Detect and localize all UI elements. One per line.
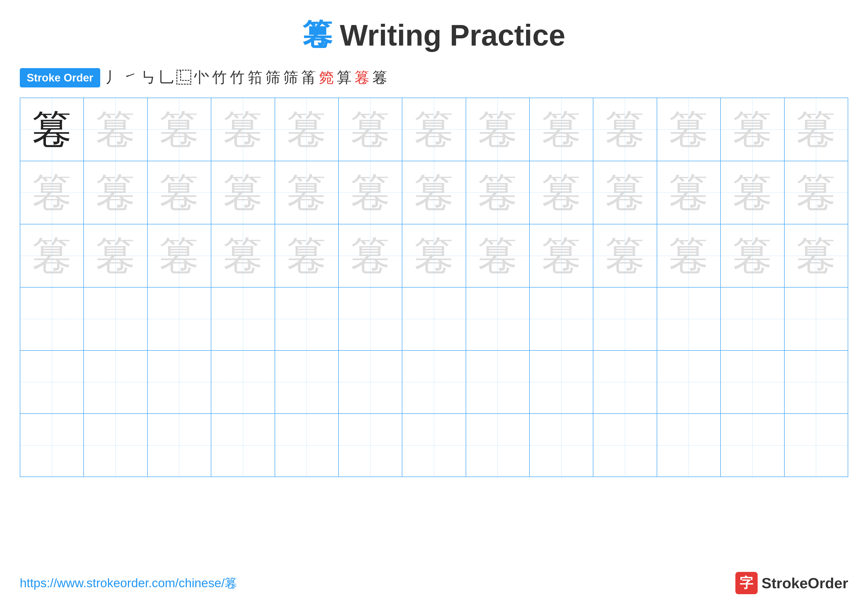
cell-empty[interactable] xyxy=(84,413,147,477)
cell-light: 篹 xyxy=(20,161,84,224)
cell-empty[interactable] xyxy=(402,413,466,477)
cell-empty[interactable] xyxy=(402,350,466,413)
stroke-char: 箢 xyxy=(319,68,334,88)
cell-empty[interactable] xyxy=(466,413,530,477)
cell-empty[interactable] xyxy=(20,350,84,413)
char-light: 篹 xyxy=(605,107,645,152)
cell-empty[interactable] xyxy=(338,350,402,413)
footer: https://www.strokeorder.com/chinese/篹 字 … xyxy=(20,562,848,594)
cell-empty[interactable] xyxy=(147,413,211,477)
cell-empty[interactable] xyxy=(657,287,721,350)
logo-icon: 字 xyxy=(735,572,758,594)
char-light: 篹 xyxy=(350,107,390,152)
title-english: Writing Practice xyxy=(340,18,565,52)
cell-empty[interactable] xyxy=(147,287,211,350)
char-light: 篹 xyxy=(733,107,772,152)
cell-empty[interactable] xyxy=(721,287,784,350)
cell-light: 篹 xyxy=(466,161,530,224)
cell-empty[interactable] xyxy=(530,413,593,477)
cell-light: 篹 xyxy=(211,224,274,287)
cell-light: 篹 xyxy=(147,224,211,287)
cell-empty[interactable] xyxy=(211,350,274,413)
stroke-order-row: Stroke Order 丿㇀㇉⺃⿺㣺竹竹筘筛筛筩箢算篹篹 xyxy=(20,68,848,88)
page-container: 篹 Writing Practice Stroke Order 丿㇀㇉⺃⿺㣺竹竹… xyxy=(0,0,868,614)
cell-empty[interactable] xyxy=(593,287,657,350)
stroke-char: 筛 xyxy=(283,68,298,88)
cell-empty[interactable] xyxy=(530,350,593,413)
stroke-char: 丿 xyxy=(105,68,120,88)
cell-dark: 篹 xyxy=(20,98,84,161)
practice-grid: 篹 篹 篹 篹 篹 篹 篹 篹 篹 篹 篹 篹 篹 篹 篹 篹 篹 篹 篹 篹 … xyxy=(20,98,848,477)
char-light: 篹 xyxy=(223,107,263,152)
cell-empty[interactable] xyxy=(402,287,466,350)
stroke-char: 竹 xyxy=(230,68,245,88)
cell-empty[interactable] xyxy=(466,287,530,350)
cell-empty[interactable] xyxy=(84,350,147,413)
table-row: 篹 篹 篹 篹 篹 篹 篹 篹 篹 篹 篹 篹 篹 xyxy=(20,98,848,161)
cell-light: 篹 xyxy=(721,98,784,161)
table-row xyxy=(20,350,848,413)
stroke-char: ㇉ xyxy=(141,68,156,88)
cell-light: 篹 xyxy=(530,98,593,161)
char-light: 篹 xyxy=(796,107,836,152)
cell-light: 篹 xyxy=(84,161,147,224)
cell-light: 篹 xyxy=(275,98,338,161)
cell-empty[interactable] xyxy=(211,413,274,477)
cell-empty[interactable] xyxy=(275,287,338,350)
cell-empty[interactable] xyxy=(784,413,848,477)
cell-empty[interactable] xyxy=(338,287,402,350)
table-row xyxy=(20,413,848,477)
cell-empty[interactable] xyxy=(84,287,147,350)
cell-light: 篹 xyxy=(275,161,338,224)
cell-light: 篹 xyxy=(466,98,530,161)
cell-light: 篹 xyxy=(721,224,784,287)
cell-empty[interactable] xyxy=(466,350,530,413)
stroke-char: ㇀ xyxy=(123,68,138,88)
char-light: 篹 xyxy=(542,107,581,152)
cell-light: 篹 xyxy=(593,161,657,224)
char-light: 篹 xyxy=(478,107,518,152)
cell-light: 篹 xyxy=(84,224,147,287)
cell-empty[interactable] xyxy=(211,287,274,350)
char-dark: 篹 xyxy=(32,107,72,152)
table-row xyxy=(20,287,848,350)
cell-empty[interactable] xyxy=(784,287,848,350)
cell-light: 篹 xyxy=(147,161,211,224)
cell-light: 篹 xyxy=(338,98,402,161)
cell-empty[interactable] xyxy=(338,413,402,477)
cell-empty[interactable] xyxy=(147,350,211,413)
cell-light: 篹 xyxy=(657,98,721,161)
cell-light: 篹 xyxy=(466,224,530,287)
cell-empty[interactable] xyxy=(20,287,84,350)
footer-logo: 字 StrokeOrder xyxy=(735,572,848,594)
cell-empty[interactable] xyxy=(20,413,84,477)
stroke-char: 篹 xyxy=(355,68,369,88)
logo-text: StrokeOrder xyxy=(762,575,848,592)
cell-empty[interactable] xyxy=(721,350,784,413)
cell-light: 篹 xyxy=(20,224,84,287)
cell-empty[interactable] xyxy=(593,350,657,413)
footer-url[interactable]: https://www.strokeorder.com/chinese/篹 xyxy=(20,575,237,591)
stroke-char: ⿺ xyxy=(177,69,191,86)
cell-light: 篹 xyxy=(721,161,784,224)
cell-light: 篹 xyxy=(338,224,402,287)
cell-empty[interactable] xyxy=(657,350,721,413)
char-light: 篹 xyxy=(160,107,199,152)
cell-light: 篹 xyxy=(593,98,657,161)
cell-empty[interactable] xyxy=(784,350,848,413)
cell-light: 篹 xyxy=(402,224,466,287)
cell-empty[interactable] xyxy=(275,413,338,477)
cell-light: 篹 xyxy=(84,98,147,161)
cell-empty[interactable] xyxy=(721,413,784,477)
cell-empty[interactable] xyxy=(657,413,721,477)
cell-light: 篹 xyxy=(275,224,338,287)
table-row: 篹 篹 篹 篹 篹 篹 篹 篹 篹 篹 篹 篹 篹 xyxy=(20,224,848,287)
cell-light: 篹 xyxy=(657,224,721,287)
cell-empty[interactable] xyxy=(275,350,338,413)
cell-light: 篹 xyxy=(147,98,211,161)
cell-empty[interactable] xyxy=(530,287,593,350)
cell-light: 篹 xyxy=(211,98,274,161)
title-chinese: 篹 xyxy=(302,15,332,55)
cell-empty[interactable] xyxy=(593,413,657,477)
cell-light: 篹 xyxy=(402,98,466,161)
